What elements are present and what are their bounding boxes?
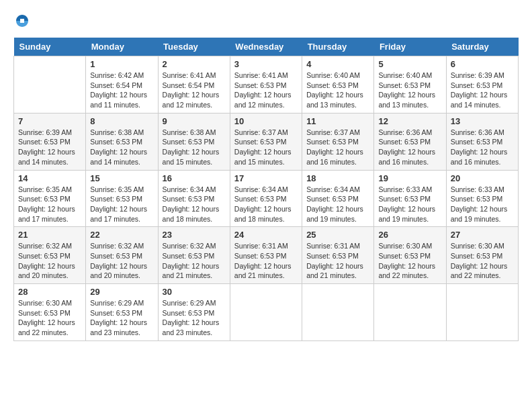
calendar-cell: 24Sunrise: 6:31 AMSunset: 6:53 PMDayligh… (230, 227, 302, 284)
day-number: 17 (234, 173, 298, 183)
day-info: Sunrise: 6:39 AMSunset: 6:53 PMDaylight:… (451, 71, 514, 110)
calendar-cell (230, 284, 302, 341)
calendar-week-row: 7Sunrise: 6:39 AMSunset: 6:53 PMDaylight… (14, 113, 519, 170)
weekday-header-row: SundayMondayTuesdayWednesdayThursdayFrid… (14, 38, 519, 56)
calendar-cell: 7Sunrise: 6:39 AMSunset: 6:53 PMDaylight… (14, 113, 86, 170)
day-number: 28 (18, 287, 81, 297)
day-info: Sunrise: 6:32 AMSunset: 6:53 PMDaylight:… (163, 241, 226, 281)
day-number: 3 (234, 59, 298, 69)
calendar-cell: 28Sunrise: 6:30 AMSunset: 6:53 PMDayligh… (14, 284, 86, 341)
calendar-cell: 5Sunrise: 6:40 AMSunset: 6:53 PMDaylight… (374, 56, 446, 113)
day-number: 7 (18, 116, 81, 126)
day-number: 26 (378, 230, 441, 240)
weekday-header-monday: Monday (86, 38, 158, 56)
day-info: Sunrise: 6:37 AMSunset: 6:53 PMDaylight:… (234, 128, 298, 167)
weekday-header-saturday: Saturday (446, 38, 518, 56)
day-number: 4 (306, 59, 369, 69)
day-info: Sunrise: 6:41 AMSunset: 6:54 PMDaylight:… (163, 71, 226, 110)
calendar-week-row: 1Sunrise: 6:42 AMSunset: 6:54 PMDaylight… (14, 56, 519, 113)
day-info: Sunrise: 6:30 AMSunset: 6:53 PMDaylight:… (378, 241, 441, 281)
day-info: Sunrise: 6:36 AMSunset: 6:53 PMDaylight:… (378, 128, 441, 167)
calendar-cell: 15Sunrise: 6:35 AMSunset: 6:53 PMDayligh… (86, 170, 158, 227)
day-number: 12 (378, 116, 441, 126)
day-info: Sunrise: 6:39 AMSunset: 6:53 PMDaylight:… (18, 128, 81, 167)
day-info: Sunrise: 6:38 AMSunset: 6:53 PMDaylight:… (163, 128, 226, 167)
day-number: 30 (163, 287, 226, 297)
weekday-header-friday: Friday (374, 38, 446, 56)
day-number: 14 (18, 173, 81, 183)
day-number: 20 (451, 173, 514, 183)
weekday-header-wednesday: Wednesday (230, 38, 302, 56)
calendar-cell (374, 284, 446, 341)
calendar-cell: 3Sunrise: 6:41 AMSunset: 6:53 PMDaylight… (230, 56, 302, 113)
calendar-week-row: 28Sunrise: 6:30 AMSunset: 6:53 PMDayligh… (14, 284, 519, 341)
day-number: 27 (451, 230, 514, 240)
calendar-week-row: 21Sunrise: 6:32 AMSunset: 6:53 PMDayligh… (14, 227, 519, 284)
calendar-cell: 16Sunrise: 6:34 AMSunset: 6:53 PMDayligh… (158, 170, 230, 227)
day-number: 23 (163, 230, 226, 240)
day-number: 13 (451, 116, 514, 126)
calendar-cell: 19Sunrise: 6:33 AMSunset: 6:53 PMDayligh… (374, 170, 446, 227)
calendar-cell: 22Sunrise: 6:32 AMSunset: 6:53 PMDayligh… (86, 227, 158, 284)
calendar-cell (446, 284, 518, 341)
calendar-week-row: 14Sunrise: 6:35 AMSunset: 6:53 PMDayligh… (14, 170, 519, 227)
calendar-cell: 17Sunrise: 6:34 AMSunset: 6:53 PMDayligh… (230, 170, 302, 227)
day-info: Sunrise: 6:30 AMSunset: 6:53 PMDaylight:… (18, 298, 81, 338)
calendar-cell (302, 284, 374, 341)
day-number: 15 (90, 173, 153, 183)
header (13, 13, 519, 27)
weekday-header-tuesday: Tuesday (158, 38, 230, 56)
day-info: Sunrise: 6:33 AMSunset: 6:53 PMDaylight:… (378, 185, 441, 224)
calendar-cell: 10Sunrise: 6:37 AMSunset: 6:53 PMDayligh… (230, 113, 302, 170)
weekday-header-thursday: Thursday (302, 38, 374, 56)
day-info: Sunrise: 6:35 AMSunset: 6:53 PMDaylight:… (18, 185, 81, 224)
day-info: Sunrise: 6:31 AMSunset: 6:53 PMDaylight:… (306, 241, 369, 281)
calendar-cell: 21Sunrise: 6:32 AMSunset: 6:53 PMDayligh… (14, 227, 86, 284)
day-info: Sunrise: 6:29 AMSunset: 6:53 PMDaylight:… (90, 298, 153, 338)
calendar-cell: 29Sunrise: 6:29 AMSunset: 6:53 PMDayligh… (86, 284, 158, 341)
calendar-cell (14, 56, 86, 113)
day-number: 11 (306, 116, 369, 126)
day-info: Sunrise: 6:32 AMSunset: 6:53 PMDaylight:… (18, 241, 81, 281)
calendar-cell: 26Sunrise: 6:30 AMSunset: 6:53 PMDayligh… (374, 227, 446, 284)
logo-icon (15, 13, 30, 28)
day-number: 16 (163, 173, 226, 183)
day-info: Sunrise: 6:30 AMSunset: 6:53 PMDaylight:… (451, 241, 514, 281)
calendar-cell: 18Sunrise: 6:34 AMSunset: 6:53 PMDayligh… (302, 170, 374, 227)
day-number: 22 (90, 230, 153, 240)
calendar-cell: 1Sunrise: 6:42 AMSunset: 6:54 PMDaylight… (86, 56, 158, 113)
day-number: 21 (18, 230, 81, 240)
day-number: 6 (451, 59, 514, 69)
day-info: Sunrise: 6:33 AMSunset: 6:53 PMDaylight:… (451, 185, 514, 224)
day-info: Sunrise: 6:35 AMSunset: 6:53 PMDaylight:… (90, 185, 153, 224)
day-number: 2 (163, 59, 226, 69)
calendar-cell: 30Sunrise: 6:29 AMSunset: 6:53 PMDayligh… (158, 284, 230, 341)
day-info: Sunrise: 6:40 AMSunset: 6:53 PMDaylight:… (306, 71, 369, 110)
day-info: Sunrise: 6:31 AMSunset: 6:53 PMDaylight:… (234, 241, 298, 281)
day-number: 5 (378, 59, 441, 69)
calendar-cell: 25Sunrise: 6:31 AMSunset: 6:53 PMDayligh… (302, 227, 374, 284)
page-container: SundayMondayTuesdayWednesdayThursdayFrid… (13, 13, 519, 341)
day-info: Sunrise: 6:38 AMSunset: 6:53 PMDaylight:… (90, 128, 153, 167)
day-number: 1 (90, 59, 153, 69)
day-number: 25 (306, 230, 369, 240)
calendar-cell: 20Sunrise: 6:33 AMSunset: 6:53 PMDayligh… (446, 170, 518, 227)
day-number: 29 (90, 287, 153, 297)
calendar-table: SundayMondayTuesdayWednesdayThursdayFrid… (13, 38, 519, 341)
day-info: Sunrise: 6:34 AMSunset: 6:53 PMDaylight:… (163, 185, 226, 224)
day-number: 19 (378, 173, 441, 183)
weekday-header-sunday: Sunday (14, 38, 86, 56)
calendar-cell: 13Sunrise: 6:36 AMSunset: 6:53 PMDayligh… (446, 113, 518, 170)
calendar-cell: 12Sunrise: 6:36 AMSunset: 6:53 PMDayligh… (374, 113, 446, 170)
day-number: 9 (163, 116, 226, 126)
day-info: Sunrise: 6:41 AMSunset: 6:53 PMDaylight:… (234, 71, 298, 110)
day-number: 18 (306, 173, 369, 183)
calendar-cell: 4Sunrise: 6:40 AMSunset: 6:53 PMDaylight… (302, 56, 374, 113)
day-info: Sunrise: 6:36 AMSunset: 6:53 PMDaylight:… (451, 128, 514, 167)
day-number: 24 (234, 230, 298, 240)
day-info: Sunrise: 6:42 AMSunset: 6:54 PMDaylight:… (90, 71, 153, 110)
day-info: Sunrise: 6:34 AMSunset: 6:53 PMDaylight:… (234, 185, 298, 224)
calendar-cell: 8Sunrise: 6:38 AMSunset: 6:53 PMDaylight… (86, 113, 158, 170)
day-info: Sunrise: 6:34 AMSunset: 6:53 PMDaylight:… (306, 185, 369, 224)
calendar-cell: 27Sunrise: 6:30 AMSunset: 6:53 PMDayligh… (446, 227, 518, 284)
